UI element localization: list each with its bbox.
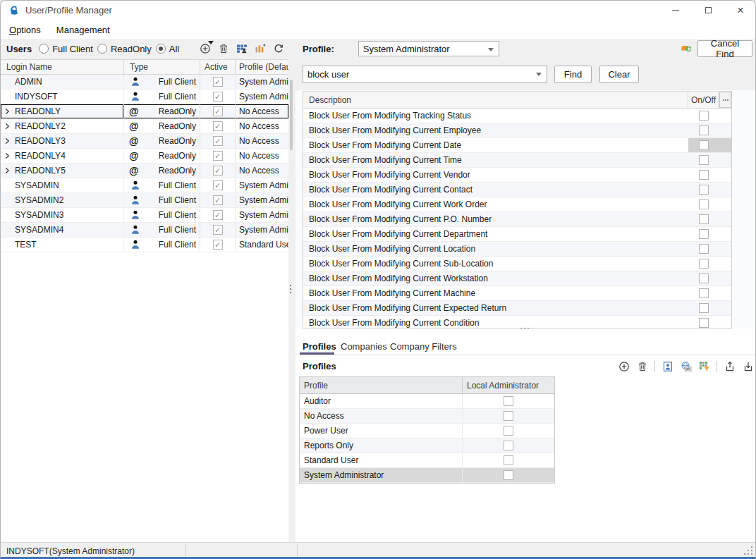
radio-full-client[interactable]: Full Client [39,44,93,54]
onoff-checkbox[interactable] [699,185,709,195]
onoff-checkbox[interactable] [699,111,709,121]
user-groups-icon[interactable] [236,43,248,55]
tab-companies[interactable]: Companies [341,338,387,355]
onoff-checkbox[interactable] [699,288,709,298]
chevron-down-icon[interactable] [536,73,542,76]
onoff-checkbox[interactable] [699,170,709,180]
rename-profile-icon[interactable]: ab [680,361,692,373]
column-chooser-button[interactable] [719,92,731,108]
onoff-checkbox[interactable] [699,214,709,224]
onoff-checkbox[interactable] [699,244,709,254]
expand-chevron-icon[interactable] [3,166,11,175]
add-profile-icon[interactable] [618,361,630,373]
permission-row[interactable]: Block User From Modifying Current Employ… [303,123,731,138]
expand-chevron-icon[interactable] [3,107,11,116]
profile-dropdown[interactable]: System Administrator [358,41,499,56]
permission-row[interactable]: Block User From Modifying Current Machin… [303,286,731,301]
onoff-checkbox[interactable] [699,155,709,165]
profile-row-auditor[interactable]: Auditor [300,394,554,409]
active-checkbox[interactable] [213,195,223,205]
maximize-button[interactable] [692,1,724,20]
onoff-checkbox[interactable] [699,125,709,135]
expand-chevron-icon[interactable] [3,152,11,160]
active-checkbox[interactable] [213,180,223,190]
permission-row[interactable]: Block User From Modifying Current Condit… [303,316,731,328]
user-row-readonly3[interactable]: READONLY3@ReadOnlyNo Access [1,134,288,149]
add-user-icon[interactable] [199,43,211,55]
onoff-checkbox[interactable] [699,140,709,150]
onoff-checkbox[interactable] [699,229,709,239]
active-checkbox[interactable] [213,210,223,220]
menu-item-options[interactable]: Options [6,23,44,37]
permission-row[interactable]: Block User From Modifying Current Expect… [303,301,731,316]
permission-row[interactable]: Block User From Modifying Current Work O… [303,197,731,212]
permission-row[interactable]: Block User From Modifying Current Workst… [303,271,731,286]
permission-row[interactable]: Block User From Modifying Tracking Statu… [303,109,731,123]
active-checkbox[interactable] [213,92,223,102]
onoff-checkbox[interactable] [699,303,709,313]
active-checkbox[interactable] [213,240,223,250]
local-admin-checkbox[interactable] [504,441,513,450]
column-header-login-name[interactable]: Login Name [1,60,124,74]
export-profile-icon[interactable] [724,361,736,373]
user-row-readonly5[interactable]: READONLY5@ReadOnlyNo Access [1,164,288,178]
profile-users-icon[interactable] [662,361,673,373]
profile-row-no-access[interactable]: No Access [300,409,554,424]
active-checkbox[interactable] [213,166,223,176]
user-row-readonly[interactable]: READONLY@ReadOnlyNo Access [1,104,288,119]
profile-filter-icon[interactable] [698,361,710,373]
active-checkbox[interactable] [213,106,223,116]
active-checkbox[interactable] [213,121,223,131]
user-row-test[interactable]: TESTFull ClientStandard User [1,238,288,252]
minimize-button[interactable] [659,1,692,20]
permission-row[interactable]: Block User From Modifying Current Time [303,153,731,168]
local-admin-checkbox[interactable] [504,411,513,421]
local-admin-checkbox[interactable] [504,455,513,465]
permission-row[interactable]: Block User From Modifying Current Vendor [303,168,731,183]
users-table-scrollbar-thumb[interactable] [290,80,293,150]
permission-row[interactable]: Block User From Modifying Current Locati… [303,242,731,257]
column-header-profile[interactable]: Profile [300,377,463,393]
profile-row-power-user[interactable]: Power User [300,424,554,438]
permission-row[interactable]: Block User From Modifying Current Date [303,138,731,153]
radio-all[interactable]: All [156,44,179,54]
column-header-local-administrator[interactable]: Local Administrator [463,377,554,393]
onoff-checkbox[interactable] [699,199,709,209]
user-row-admin[interactable]: ADMINFull ClientSystem Administrator [1,75,288,90]
permission-row[interactable]: Block User From Modifying Current P.O. N… [303,212,731,227]
delete-user-icon[interactable] [217,43,229,55]
splitter-grip-icon[interactable] [290,285,292,293]
onoff-checkbox[interactable] [699,274,709,283]
resize-grip[interactable] [743,545,752,555]
delete-profile-icon[interactable] [636,361,648,373]
close-button[interactable]: × [724,1,756,20]
active-checkbox[interactable] [213,77,223,87]
column-header-active[interactable]: Active [200,60,236,74]
user-row-sysadmin4[interactable]: SYSADMIN4Full ClientSystem Administrator [1,223,288,238]
onoff-checkbox[interactable] [699,259,709,269]
column-header-on-off[interactable]: On/Off [688,92,719,108]
search-input[interactable] [303,66,547,83]
tab-company-filters[interactable]: Company Filters [390,338,457,355]
clear-button[interactable]: Clear [599,66,639,83]
refresh-icon[interactable] [272,43,284,55]
radio-readonly[interactable]: ReadOnly [97,44,152,54]
expand-chevron-icon[interactable] [3,137,11,145]
permission-row[interactable]: Block User From Modifying Current Contac… [303,183,731,197]
profile-row-reports-only[interactable]: Reports Only [300,438,554,453]
column-header-profile-default[interactable]: Profile (Default) [236,60,288,74]
local-admin-checkbox[interactable] [504,396,513,406]
profile-row-standard-user[interactable]: Standard User [300,453,554,468]
local-admin-checkbox[interactable] [504,426,513,436]
active-checkbox[interactable] [213,136,223,146]
user-row-sysadmin2[interactable]: SYSADMIN2Full ClientSystem Administrator [1,193,288,208]
import-profile-icon[interactable] [742,361,754,373]
user-row-sysadmin3[interactable]: SYSADMIN3Full ClientSystem Administrator [1,208,288,223]
menu-item-management[interactable]: Management [54,23,113,37]
user-row-indysoft[interactable]: INDYSOFTFull ClientSystem Administrator [1,90,288,104]
user-row-sysadmin[interactable]: SYSADMINFull ClientSystem Administrator [1,178,288,193]
expand-chevron-icon[interactable] [3,122,11,130]
onoff-checkbox[interactable] [699,318,709,328]
active-checkbox[interactable] [213,151,223,161]
column-header-type[interactable]: Type [124,60,200,74]
